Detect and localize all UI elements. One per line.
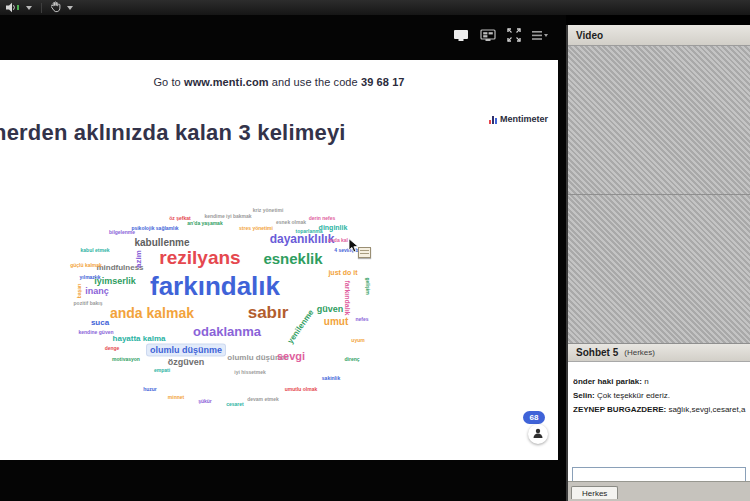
word-cloud-word: esneklik: [263, 251, 322, 266]
word-cloud-word: direnç: [344, 357, 359, 362]
fullscreen-icon[interactable]: [507, 28, 521, 42]
word-cloud-word: dayanıklılık: [270, 233, 335, 245]
top-toolbar: [0, 0, 750, 16]
share-window-controls: [453, 28, 548, 42]
menu-icon[interactable]: [532, 30, 548, 41]
word-cloud-word: anda kalmak: [110, 306, 194, 320]
raise-hand-dropdown[interactable]: [64, 5, 76, 11]
word-cloud-word: olumlu düşünme: [147, 345, 225, 356]
chat-message: önder haki parlak: n: [573, 375, 747, 389]
word-cloud-word: inanç: [85, 287, 109, 296]
word-cloud-word: güven: [317, 305, 344, 314]
screen-share-area: Go to www.menti.com and use the code 39 …: [0, 15, 566, 501]
chat-input-row: [568, 461, 750, 481]
word-cloud-word: kriz yönetimi: [253, 208, 284, 213]
chat-scope-label: (Herkes): [624, 348, 655, 357]
chat-messages: önder haki parlak: nSelin: Çok teşekkür …: [568, 362, 750, 461]
chat-tab-everyone[interactable]: Herkes: [571, 486, 618, 499]
word-cloud-word: stres yönetimi: [239, 226, 273, 231]
monitor-primary-icon[interactable]: [453, 29, 469, 42]
right-panel: Video Sohbet 5 (Herkes) önder haki parla…: [566, 25, 750, 501]
word-cloud-word: kabul etmek: [81, 248, 110, 253]
word-cloud-word: farkındalık: [344, 280, 351, 315]
word-cloud-word: hayatta kalma: [113, 335, 166, 343]
word-cloud-word: psikolojik sağlamlık: [131, 226, 178, 231]
word-cloud-word: yılmazlık: [80, 275, 101, 280]
chevron-down-icon: [67, 6, 73, 10]
word-cloud-word: huzur: [143, 387, 157, 392]
word-cloud-word: dinginlik: [319, 224, 348, 231]
participant-count-badge: 68: [523, 411, 545, 424]
word-cloud-word: cesaret: [226, 402, 244, 407]
word-cloud-word: just do it: [328, 269, 357, 276]
toolbar-divider: [41, 3, 42, 13]
word-cloud-word: odaklanma: [193, 325, 261, 338]
word-cloud-word: anda kal: [328, 238, 348, 243]
word-cloud-word: kendine güven: [78, 330, 113, 335]
word-cloud-word: yenilenme: [286, 309, 315, 346]
word-cloud-word: özgüven: [168, 358, 205, 367]
word-cloud-word: başarı: [77, 284, 82, 299]
monitor-secondary-icon[interactable]: [480, 29, 496, 42]
word-cloud-word: sabır: [248, 304, 289, 321]
word-cloud-word: denge: [105, 346, 120, 351]
word-cloud-word: toparlanma: [296, 229, 323, 234]
word-cloud-word: farkındalık: [150, 273, 280, 299]
word-cloud-word: şükür: [198, 399, 212, 404]
chat-input[interactable]: [572, 467, 746, 482]
word-cloud-word: suca: [91, 319, 109, 327]
word-cloud-word: esnek olmak: [276, 220, 306, 225]
participant-toggle-button[interactable]: [528, 424, 548, 444]
word-cloud-word: minnet: [168, 395, 184, 400]
word-cloud-word: kendime iyi bakmak: [204, 214, 251, 219]
word-cloud-word: an'da yaşamak: [187, 221, 222, 226]
word-cloud-word: devam etmek: [247, 397, 279, 402]
word-cloud-word: uyum: [351, 338, 364, 343]
word-cloud-word: iyi hissetmek: [234, 370, 265, 375]
chevron-down-icon: [26, 6, 32, 10]
chat-message: Selin: Çok teşekkür ederiz.: [573, 389, 747, 403]
word-cloud-word: derin nefes: [309, 216, 336, 221]
word-cloud-word: gelişim: [365, 277, 370, 294]
person-icon: [532, 425, 544, 443]
video-placeholder: [568, 46, 750, 344]
word-cloud: farkındalıkrezilyansesneklikdayanıklılık…: [0, 60, 558, 460]
video-panel-title: Video: [576, 30, 603, 41]
cursor-attachment-icon: [358, 247, 371, 258]
word-cloud-word: sevgi: [277, 351, 305, 362]
chat-tab-bar: Herkes: [568, 481, 750, 499]
word-cloud-word: pozitif bakış: [74, 301, 103, 306]
chat-message: ZEYNEP BURGAZDERE: sağlık,sevgi,cesaret,…: [573, 403, 747, 417]
word-cloud-word: motivasyon: [112, 357, 140, 362]
word-cloud-word: rezilyans: [159, 248, 240, 267]
word-cloud-word: nefes: [355, 317, 368, 322]
word-cloud-word: empati: [154, 368, 170, 373]
word-cloud-word: güçlü kalmak: [70, 263, 102, 268]
chat-panel-title: Sohbet 5: [576, 347, 618, 358]
video-panel-header[interactable]: Video: [568, 25, 750, 46]
word-cloud-word: umutlu olmak: [285, 387, 318, 392]
chat-panel-header[interactable]: Sohbet 5 (Herkes): [568, 344, 750, 362]
word-cloud-word: azim: [135, 250, 143, 268]
word-cloud-word: sakinlik: [322, 376, 340, 381]
word-cloud-word: kabullenme: [134, 238, 189, 248]
audio-dropdown[interactable]: [23, 5, 35, 11]
word-cloud-word: umut: [324, 317, 348, 327]
presentation-slide: Go to www.menti.com and use the code 39 …: [0, 60, 558, 460]
word-cloud-word: öz şefkat: [169, 216, 190, 221]
